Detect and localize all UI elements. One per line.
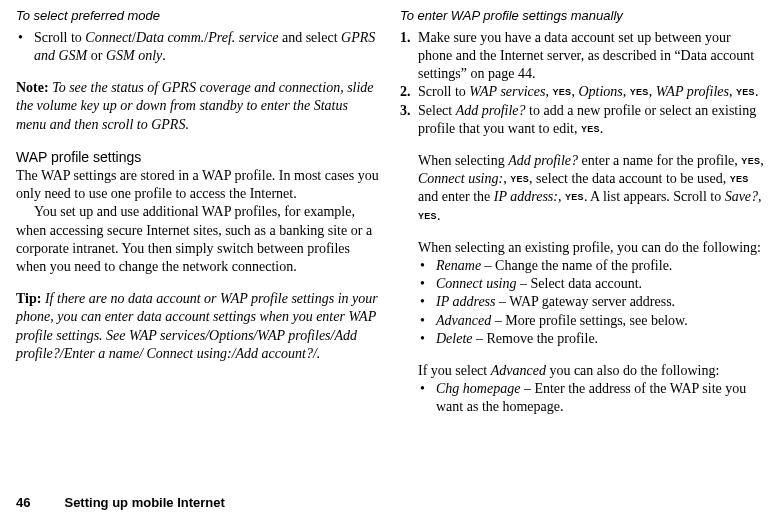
step-3-body: Select Add profile? to add a new profile… (418, 102, 764, 138)
yes-key-icon: YES (565, 192, 584, 202)
text: , (760, 153, 764, 168)
left-column: To select preferred mode • Scroll to Con… (16, 8, 380, 416)
menu-connect: Connect (85, 30, 132, 45)
bullet-dot-icon: • (418, 275, 436, 293)
advanced-intro: If you select Advanced you can also do t… (400, 362, 764, 380)
text: . (755, 84, 759, 99)
option-gsm-only: GSM only (106, 48, 162, 63)
list-item: • Rename – Change the name of the profil… (418, 257, 764, 275)
advanced-options-list: •Chg homepage – Enter the address of the… (400, 380, 764, 416)
pref-mode-text: Scroll to Connect/Data comm./Pref. servi… (34, 29, 380, 65)
step-3: 3. Select Add profile? to add a new prof… (400, 102, 764, 138)
text: , select the data account to be used, (529, 171, 730, 186)
add-profile-paragraph: When selecting Add profile? enter a name… (400, 152, 764, 225)
step-2-body: Scroll to WAP services, YES, Options, YE… (418, 83, 764, 101)
bullet-dot-icon: • (16, 29, 34, 65)
bullet-dot-icon: • (418, 257, 436, 275)
list-item: •Chg homepage – Enter the address of the… (418, 380, 764, 416)
text: . (600, 121, 604, 136)
text: – Change the name of the profile. (481, 258, 672, 273)
step-1-body: Make sure you have a data account set up… (418, 29, 764, 84)
pref-mode-bullet: • Scroll to Connect/Data comm./Pref. ser… (16, 29, 380, 65)
text: and select (278, 30, 341, 45)
text: – Remove the profile. (473, 331, 599, 346)
text: or (87, 48, 106, 63)
menu-ip-address: IP address: (494, 189, 558, 204)
yes-key-icon: YES (418, 211, 437, 221)
step-number: 1. (400, 29, 418, 84)
text: If you select (418, 363, 491, 378)
two-column-layout: To select preferred mode • Scroll to Con… (16, 8, 764, 416)
step-1: 1. Make sure you have a data account set… (400, 29, 764, 84)
tip-body: If there are no data account or WAP prof… (16, 291, 378, 361)
list-body: Chg homepage – Enter the address of the … (436, 380, 764, 416)
text: . A list appears. Scroll to (584, 189, 725, 204)
text: – More profile settings, see below. (491, 313, 688, 328)
list-body: Rename – Change the name of the profile. (436, 257, 764, 275)
text: Scroll to (34, 30, 85, 45)
list-item: •Connect using – Select data account. (418, 275, 764, 293)
text: , (729, 84, 736, 99)
text: , (649, 84, 656, 99)
yes-key-icon: YES (730, 174, 749, 184)
step-number: 3. (400, 102, 418, 138)
list-item: •Delete – Remove the profile. (418, 330, 764, 348)
yes-key-icon: YES (581, 124, 600, 134)
option-chg-homepage: Chg homepage (436, 381, 520, 396)
note-paragraph: Note: To see the status of GPRS coverage… (16, 79, 380, 134)
text: – Select data account. (517, 276, 643, 291)
menu-connect-using: Connect using: (418, 171, 503, 186)
step-number: 2. (400, 83, 418, 101)
text: When selecting (418, 153, 508, 168)
text: . (162, 48, 166, 63)
option-connect-using: Connect using (436, 276, 517, 291)
text: enter a name for the profile, (578, 153, 741, 168)
profile-options-list: • Rename – Change the name of the profil… (400, 257, 764, 348)
text: – WAP gateway server address. (496, 294, 676, 309)
option-advanced: Advanced (491, 363, 546, 378)
menu-add-profile: Add profile? (456, 103, 526, 118)
note-body: To see the status of GPRS coverage and c… (16, 80, 374, 131)
yes-key-icon: YES (510, 174, 529, 184)
list-body: Advanced – More profile settings, see be… (436, 312, 764, 330)
bullet-dot-icon: • (418, 293, 436, 311)
yes-key-icon: YES (630, 87, 649, 97)
page-number: 46 (16, 495, 30, 510)
tip-paragraph: Tip: If there are no data account or WAP… (16, 290, 380, 363)
list-body: Connect using – Select data account. (436, 275, 764, 293)
bullet-dot-icon: • (418, 312, 436, 330)
left-subhead: To select preferred mode (16, 8, 380, 25)
yes-key-icon: YES (741, 156, 760, 166)
yes-key-icon: YES (736, 87, 755, 97)
menu-add-profile: Add profile? (508, 153, 578, 168)
wap-profile-heading: WAP profile settings (16, 148, 380, 166)
menu-datacomm: Data comm. (136, 30, 204, 45)
text: . (437, 208, 441, 223)
wap-paragraph-2: You set up and use additional WAP profil… (16, 203, 380, 276)
note-label: Note: (16, 80, 49, 95)
text: Scroll to (418, 84, 469, 99)
right-subhead: To enter WAP profile settings manually (400, 8, 764, 25)
menu-wap-profiles: WAP profiles (656, 84, 729, 99)
page-footer: 46Setting up mobile Internet (16, 495, 225, 512)
text: and enter the (418, 189, 494, 204)
menu-options: Options (578, 84, 622, 99)
existing-profile-intro: When selecting an existing profile, you … (400, 239, 764, 257)
list-body: Delete – Remove the profile. (436, 330, 764, 348)
text: , (623, 84, 630, 99)
option-rename: Rename (436, 258, 481, 273)
list-item: •IP address – WAP gateway server address… (418, 293, 764, 311)
option-delete: Delete (436, 331, 473, 346)
step-2: 2. Scroll to WAP services, YES, Options,… (400, 83, 764, 101)
option-ip-address: IP address (436, 294, 496, 309)
bullet-dot-icon: • (418, 380, 436, 416)
footer-title: Setting up mobile Internet (64, 495, 224, 510)
menu-pref-service: Pref. service (208, 30, 278, 45)
tip-label: Tip: (16, 291, 41, 306)
bullet-dot-icon: • (418, 330, 436, 348)
text: you can also do the following: (546, 363, 719, 378)
list-body: IP address – WAP gateway server address. (436, 293, 764, 311)
right-column: To enter WAP profile settings manually 1… (400, 8, 764, 416)
text: Select (418, 103, 456, 118)
list-item: •Advanced – More profile settings, see b… (418, 312, 764, 330)
